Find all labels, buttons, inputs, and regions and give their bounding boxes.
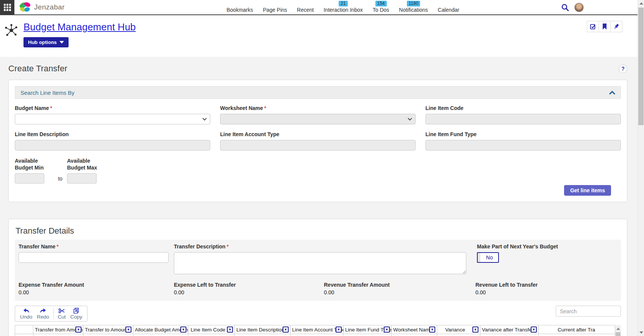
filter-icon[interactable]: ▼ xyxy=(180,327,186,333)
filter-icon[interactable]: ▼ xyxy=(531,327,537,333)
col-worksheet-name[interactable]: Worksheet Name ▼ xyxy=(392,325,437,334)
line-item-description-input[interactable] xyxy=(15,140,210,151)
row-number: 1 xyxy=(15,334,33,336)
filter-icon[interactable]: ▼ xyxy=(125,327,131,333)
line-item-account-type-input[interactable] xyxy=(220,140,416,151)
page-title: Create Transfer xyxy=(8,64,67,74)
transfer-description-label: Transfer Description* xyxy=(174,243,477,250)
grid-toolbar: Undo Redo xyxy=(15,306,88,322)
scroll-down-arrow-icon[interactable] xyxy=(639,331,643,334)
scroll-up-arrow-icon[interactable] xyxy=(616,328,620,330)
hub-title-link[interactable]: Budget Management Hub xyxy=(23,21,136,33)
scroll-up-arrow-icon[interactable] xyxy=(639,2,643,5)
transfer-details-card: Transfer Details Transfer Name* Transfer… xyxy=(8,219,627,336)
transfer-name-label: Transfer Name* xyxy=(19,243,174,250)
hub-network-icon xyxy=(4,23,19,38)
to-dos-count-badge: 154 xyxy=(375,1,387,6)
line-item-code-input[interactable] xyxy=(425,114,621,124)
search-panel-header[interactable]: Search Line Items By xyxy=(15,86,621,99)
grid-scrollbar[interactable] xyxy=(615,325,621,336)
expense-left-to-transfer: Expense Left to Transfer 0.00 xyxy=(174,282,324,295)
copy-button[interactable]: Copy xyxy=(68,307,85,320)
app-grid-icon xyxy=(4,4,11,11)
bookmark-icon xyxy=(602,23,608,30)
col-line-item-fund-type[interactable]: Line Item Fund Type ▼ xyxy=(344,325,392,334)
check-square-icon xyxy=(589,23,596,30)
worksheet-name-label: Worksheet Name* xyxy=(220,105,416,111)
nav-item-notifications[interactable]: 1180 Notifications xyxy=(399,0,428,13)
available-budget-min-label: Available Budget Min xyxy=(15,157,53,171)
budget-name-select[interactable] xyxy=(15,114,210,124)
scrollbar-thumb[interactable] xyxy=(638,8,644,125)
toolbar-divider xyxy=(53,308,54,319)
revenue-left-to-transfer: Revenue Left to Transfer 0.00 xyxy=(475,282,617,295)
redo-button[interactable]: Redo xyxy=(34,307,51,320)
hub-header: Budget Management Hub Hub options xyxy=(0,15,638,57)
brand-name: Jenzabar xyxy=(34,3,65,11)
tasks-check-button[interactable] xyxy=(587,21,599,32)
search-icon[interactable] xyxy=(561,3,569,12)
chevron-up-icon xyxy=(609,91,615,94)
filter-icon[interactable]: ▼ xyxy=(283,327,289,333)
required-marker: * xyxy=(50,105,52,111)
row-number-header xyxy=(15,325,33,334)
pin-button[interactable] xyxy=(610,21,622,32)
hub-options-button[interactable]: Hub options xyxy=(23,37,69,47)
line-items-grid: Transfer from Amount ▼ Transfer to Amoun… xyxy=(15,325,621,336)
transfer-name-input[interactable] xyxy=(19,252,169,263)
undo-button[interactable]: Undo xyxy=(18,307,34,320)
collapse-panel-button[interactable] xyxy=(609,91,615,94)
col-transfer-from-amount[interactable]: Transfer from Amount ▼ xyxy=(33,325,83,334)
col-allocate-budget-amount[interactable]: Allocate Budget Amount ▼ xyxy=(133,325,188,334)
col-current-after-transfer[interactable]: Current after Tra xyxy=(539,325,621,334)
col-line-item-account-type[interactable]: Line Item Account Type ▼ xyxy=(291,325,344,334)
filter-icon[interactable]: ▼ xyxy=(227,327,233,333)
next-year-budget-label: Make Part of Next Year's Budget xyxy=(477,243,617,250)
pushpin-icon xyxy=(613,23,620,30)
nav-item-bookmarks[interactable]: Bookmarks xyxy=(227,0,253,13)
chevron-down-icon xyxy=(59,41,64,44)
col-variance-after-transfer[interactable]: Variance after Transfer ▼ xyxy=(480,325,539,334)
col-variance[interactable]: Variance ▼ xyxy=(437,325,480,334)
nav-item-page-pins[interactable]: Page Pins xyxy=(263,0,287,13)
line-item-fund-type-label: Line Item Fund Type xyxy=(425,131,621,137)
filter-icon[interactable]: ▼ xyxy=(75,327,81,333)
available-budget-max-input[interactable] xyxy=(67,173,97,184)
grid-search-input[interactable] xyxy=(556,306,621,317)
required-marker: * xyxy=(264,105,266,111)
col-line-item-code[interactable]: Line Item Code ▼ xyxy=(188,325,235,334)
revenue-transfer-amount: Revenue Transfer Amount 0.00 xyxy=(324,282,475,295)
redo-icon xyxy=(39,308,47,314)
filter-icon[interactable]: ▼ xyxy=(429,327,435,333)
available-budget-min-input[interactable] xyxy=(15,173,44,184)
next-year-budget-toggle[interactable]: No xyxy=(477,252,499,263)
nav-item-interaction-inbox[interactable]: 21 Interaction Inbox xyxy=(324,0,363,13)
col-line-item-description[interactable]: Line Item Description ▼ xyxy=(235,325,291,334)
search-panel-title: Search Line Items By xyxy=(20,89,75,96)
budget-name-label: Budget Name* xyxy=(15,105,210,111)
nav-item-to-dos[interactable]: 154 To Dos xyxy=(373,0,389,13)
line-item-description-label: Line Item Description xyxy=(15,131,210,137)
filter-icon[interactable]: ▼ xyxy=(472,327,478,333)
transfer-details-title: Transfer Details xyxy=(16,226,621,236)
scissors-icon xyxy=(58,308,65,314)
transfer-description-textarea[interactable] xyxy=(174,252,466,274)
page-scrollbar[interactable] xyxy=(638,0,644,336)
table-row[interactable]: 1 xyxy=(15,334,621,336)
grid-scrollbar-thumb[interactable] xyxy=(616,332,621,336)
line-item-fund-type-input[interactable] xyxy=(425,140,621,151)
butterfly-logo-icon xyxy=(19,2,32,13)
filter-icon[interactable]: ▼ xyxy=(384,327,390,333)
bookmark-button[interactable] xyxy=(599,21,611,32)
get-line-items-button[interactable]: Get line items xyxy=(564,185,611,196)
nav-item-recent[interactable]: Recent xyxy=(297,0,314,13)
help-button[interactable]: ? xyxy=(619,64,627,73)
worksheet-name-select[interactable] xyxy=(220,114,416,124)
main-content: Create Transfer ? Search Line Items By B… xyxy=(0,57,638,336)
filter-icon[interactable]: ▼ xyxy=(336,327,342,333)
app-launcher-button[interactable] xyxy=(0,0,14,14)
col-transfer-to-amount[interactable]: Transfer to Amount ▼ xyxy=(83,325,133,334)
cut-button[interactable]: Cut xyxy=(56,307,68,320)
user-avatar[interactable] xyxy=(574,3,584,12)
nav-item-calendar[interactable]: Calendar xyxy=(438,0,460,13)
